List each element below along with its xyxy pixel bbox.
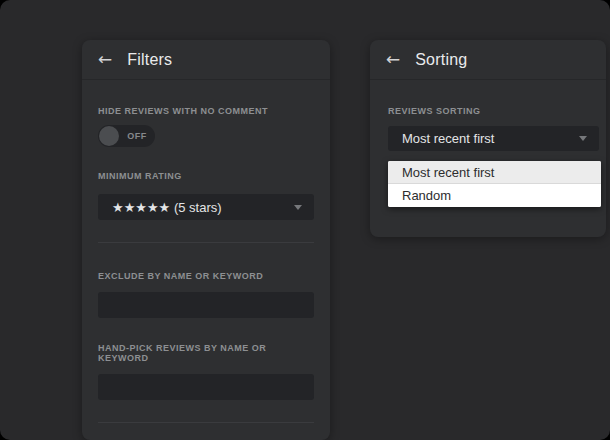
minimum-rating-label: MINIMUM RATING (98, 171, 314, 181)
chevron-down-icon (294, 205, 302, 210)
page-title: Sorting (415, 51, 467, 69)
handpick-keyword-label: HAND-PICK REVIEWS BY NAME OR KEYWORD (98, 343, 314, 363)
divider (98, 242, 314, 243)
toggle-knob (99, 126, 119, 146)
minimum-rating-select[interactable]: ★★★★★ (5 stars) (98, 194, 314, 220)
back-arrow-icon: ← (98, 49, 112, 69)
dropdown-option[interactable]: Most recent first (388, 161, 601, 184)
reviews-sorting-value: Most recent first (402, 131, 494, 146)
back-button[interactable]: ← (98, 51, 112, 68)
dropdown-option[interactable]: Random (388, 184, 601, 207)
hide-no-comment-toggle[interactable]: OFF (98, 125, 155, 147)
page-title: Filters (127, 51, 172, 69)
minimum-rating-value: ★★★★★ (5 stars) (112, 200, 222, 215)
reviews-sorting-label: REVIEWS SORTING (388, 106, 599, 116)
backdrop: ← Filters HIDE REVIEWS WITH NO COMMENT O… (0, 0, 610, 440)
chevron-down-icon (579, 136, 587, 141)
sorting-header: ← Sorting (370, 40, 606, 80)
exclude-keyword-input[interactable] (98, 292, 314, 318)
back-button[interactable]: ← (386, 51, 400, 68)
reviews-sorting-field: Most recent first Most recent first Rand… (388, 126, 599, 151)
reviews-sorting-dropdown: Most recent first Random (388, 161, 601, 207)
sorting-body: REVIEWS SORTING Most recent first Most r… (370, 106, 606, 151)
filters-header: ← Filters (82, 40, 330, 80)
toggle-state-label: OFF (119, 131, 155, 141)
filters-body: HIDE REVIEWS WITH NO COMMENT OFF MINIMUM… (82, 106, 330, 440)
reviews-sorting-select[interactable]: Most recent first (388, 126, 599, 151)
divider (98, 422, 314, 423)
exclude-keyword-label: EXCLUDE BY NAME OR KEYWORD (98, 271, 314, 281)
handpick-keyword-input[interactable] (98, 374, 314, 400)
hide-no-comment-label: HIDE REVIEWS WITH NO COMMENT (98, 106, 314, 116)
filters-panel: ← Filters HIDE REVIEWS WITH NO COMMENT O… (82, 40, 330, 440)
sorting-panel: ← Sorting REVIEWS SORTING Most recent fi… (370, 40, 606, 237)
back-arrow-icon: ← (386, 49, 400, 69)
